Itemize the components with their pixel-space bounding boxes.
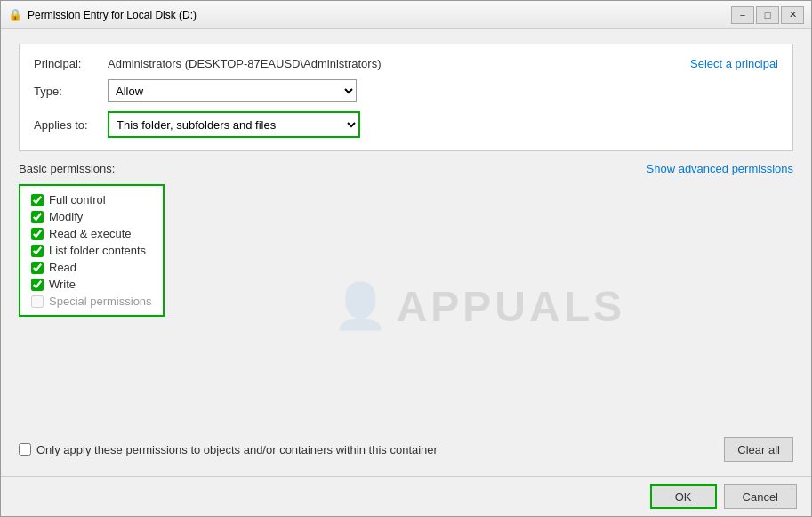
permission-read-execute: Read & execute [31,227,152,240]
cancel-button[interactable]: Cancel [724,484,797,509]
footer-row: Only apply these permissions to objects … [19,437,793,462]
permission-special: Special permissions [31,295,152,308]
ok-button[interactable]: OK [650,484,717,509]
principal-row: Principal: Administrators (DESKTOP-87EAU… [34,57,778,70]
special-checkbox [31,295,44,308]
list-folder-label: List folder contents [49,244,146,257]
type-select[interactable]: Allow Deny [108,79,357,102]
permissions-label: Basic permissions: [19,162,115,175]
window-title: Permission Entry for Local Disk (D:) [28,9,197,21]
modify-checkbox[interactable] [31,211,44,223]
full-control-label: Full control [49,193,106,206]
permission-read: Read [31,261,152,274]
permission-list-folder: List folder contents [31,244,152,257]
clear-all-button[interactable]: Clear all [724,437,793,462]
bottom-section: Basic permissions: Show advanced permiss… [19,162,793,462]
read-execute-checkbox[interactable] [31,228,44,240]
modify-label: Modify [49,210,83,223]
type-label: Type: [34,85,100,98]
applies-to-label: Applies to: [34,118,100,132]
watermark-text: APPUALS [397,282,625,331]
watermark: 👤 APPUALS [333,280,625,332]
close-button[interactable]: ✕ [781,6,804,24]
permission-full-control: Full control [31,193,152,206]
only-apply-label: Only apply these permissions to objects … [36,443,438,456]
applies-to-select-wrapper: This folder, subfolders and files This f… [108,111,360,138]
permissions-and-watermark: Full control Modify Read & execute List … [19,184,793,428]
title-bar: 🔒 Permission Entry for Local Disk (D:) −… [1,1,811,29]
special-label: Special permissions [49,295,152,308]
main-content: Principal: Administrators (DESKTOP-87EAU… [1,29,811,476]
read-checkbox[interactable] [31,262,44,274]
type-row: Type: Allow Deny [34,79,778,102]
permission-entry-dialog: 🔒 Permission Entry for Local Disk (D:) −… [0,0,812,517]
permission-modify: Modify [31,210,152,223]
read-label: Read [49,261,76,274]
write-checkbox[interactable] [31,279,44,291]
principal-value: Administrators (DESKTOP-87EAUSD\Administ… [108,57,683,70]
select-principal-link[interactable]: Select a principal [690,57,778,70]
full-control-checkbox[interactable] [31,194,44,206]
principal-label: Principal: [34,57,100,70]
list-folder-checkbox[interactable] [31,245,44,257]
only-apply-checkbox[interactable] [19,443,31,456]
write-label: Write [49,278,76,291]
window-icon: 🔒 [8,8,22,22]
permissions-header: Basic permissions: Show advanced permiss… [19,162,793,175]
top-section: Principal: Administrators (DESKTOP-87EAU… [19,44,793,151]
bottom-bar: OK Cancel [1,476,811,516]
maximize-button[interactable]: □ [756,6,779,24]
permission-write: Write [31,278,152,291]
permissions-box: Full control Modify Read & execute List … [19,184,165,317]
title-bar-left: 🔒 Permission Entry for Local Disk (D:) [8,8,197,22]
watermark-icon: 👤 [333,280,393,332]
read-execute-label: Read & execute [49,227,132,240]
show-advanced-link[interactable]: Show advanced permissions [647,162,793,175]
watermark-area: 👤 APPUALS [165,184,793,428]
only-apply-row: Only apply these permissions to objects … [19,443,438,456]
title-buttons: − □ ✕ [731,6,804,24]
minimize-button[interactable]: − [731,6,754,24]
applies-to-row: Applies to: This folder, subfolders and … [34,111,778,138]
applies-to-select[interactable]: This folder, subfolders and files This f… [109,113,358,136]
